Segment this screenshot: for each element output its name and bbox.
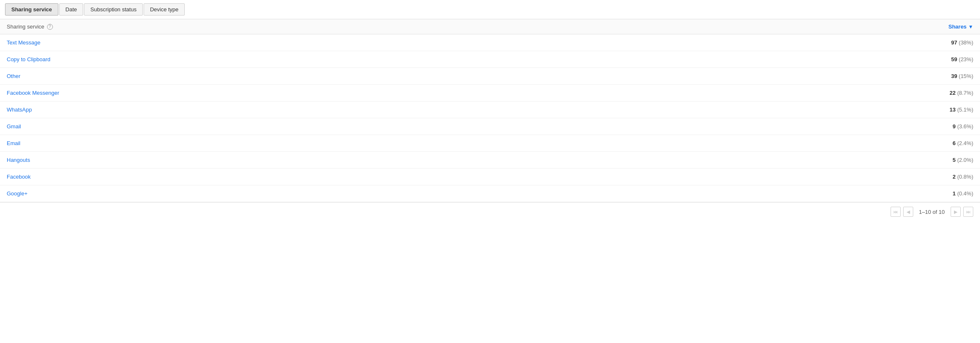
sharing-service-label: Sharing service [7, 23, 45, 30]
shares-label: Shares [949, 23, 967, 30]
tabs-bar: Sharing serviceDateSubscription statusDe… [0, 0, 980, 19]
page-info: 1–10 of 10 [919, 209, 945, 215]
row-value: 39 (15%) [951, 73, 973, 79]
row-value: 22 (8.7%) [950, 90, 973, 96]
column-label-left: Sharing service ? [7, 23, 53, 30]
table-row: Email6 (2.4%) [0, 135, 980, 152]
table-header: Sharing service ? Shares ▼ [0, 19, 980, 34]
row-label[interactable]: Email [7, 140, 21, 146]
row-label[interactable]: Hangouts [7, 157, 30, 163]
table-row: Text Message97 (38%) [0, 34, 980, 51]
table-row: Facebook Messenger22 (8.7%) [0, 85, 980, 101]
help-icon[interactable]: ? [47, 24, 53, 30]
row-label[interactable]: Other [7, 73, 21, 79]
table-row: Gmail9 (3.6%) [0, 118, 980, 135]
row-label[interactable]: Copy to Clipboard [7, 56, 50, 62]
sort-arrow: ▼ [968, 24, 973, 30]
row-value: 6 (2.4%) [953, 140, 973, 146]
table-row: Facebook2 (0.8%) [0, 169, 980, 185]
table-rows-container: Text Message97 (38%)Copy to Clipboard59 … [0, 34, 980, 202]
tab-date[interactable]: Date [59, 3, 83, 16]
table-row: WhatsApp13 (5.1%) [0, 101, 980, 118]
tab-sharing-service[interactable]: Sharing service [5, 3, 58, 16]
row-value: 9 (3.6%) [953, 123, 973, 130]
row-label[interactable]: Facebook [7, 174, 31, 180]
row-value: 1 (0.4%) [953, 190, 973, 197]
tab-subscription-status[interactable]: Subscription status [84, 3, 143, 16]
table-row: Other39 (15%) [0, 68, 980, 85]
prev-page-button[interactable]: ◀ [903, 207, 913, 217]
table-row: Google+1 (0.4%) [0, 185, 980, 202]
last-page-button[interactable]: ⏭ [963, 207, 973, 217]
row-value: 59 (23%) [951, 56, 973, 62]
row-label[interactable]: WhatsApp [7, 107, 32, 113]
row-label[interactable]: Facebook Messenger [7, 90, 59, 96]
row-label[interactable]: Google+ [7, 190, 28, 197]
data-table: Sharing service ? Shares ▼ Text Message9… [0, 19, 980, 202]
pagination: ⏮ ◀ 1–10 of 10 ▶ ⏭ [0, 202, 980, 221]
row-value: 2 (0.8%) [953, 174, 973, 180]
row-value: 97 (38%) [951, 39, 973, 46]
table-row: Hangouts5 (2.0%) [0, 152, 980, 169]
tab-device-type[interactable]: Device type [144, 3, 185, 16]
row-label[interactable]: Text Message [7, 39, 40, 46]
next-page-button[interactable]: ▶ [951, 207, 961, 217]
row-label[interactable]: Gmail [7, 123, 21, 130]
table-row: Copy to Clipboard59 (23%) [0, 51, 980, 68]
row-value: 13 (5.1%) [950, 107, 973, 113]
row-value: 5 (2.0%) [953, 157, 973, 163]
first-page-button[interactable]: ⏮ [891, 207, 901, 217]
column-label-right[interactable]: Shares ▼ [949, 23, 973, 30]
